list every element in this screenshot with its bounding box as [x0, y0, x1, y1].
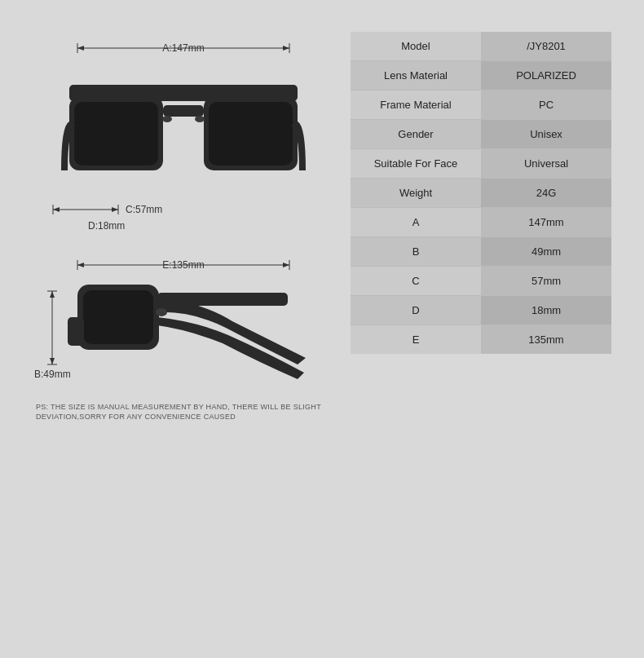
svg-rect-7 [74, 102, 158, 166]
glasses-front-svg [61, 60, 306, 207]
table-row: GenderUnisex [351, 119, 611, 148]
table-row: Suitable For FaceUniversal [351, 148, 611, 178]
dim-c-svg [49, 203, 122, 216]
spec-value: Unisex [481, 119, 611, 148]
svg-rect-9 [209, 102, 293, 166]
table-row: Lens MaterialPOLARIZED [351, 60, 611, 90]
spec-label: C [351, 266, 481, 295]
svg-marker-14 [53, 207, 60, 212]
glasses-front [33, 60, 334, 207]
dim-c-label: C:57mm [126, 204, 162, 215]
spec-label: Weight [351, 178, 481, 207]
svg-marker-1 [77, 46, 84, 51]
spec-label: Suitable For Face [351, 148, 481, 178]
dim-d-label: D:18mm [88, 220, 125, 232]
spec-label: E [351, 325, 481, 354]
svg-marker-15 [112, 207, 118, 212]
spec-label: B [351, 236, 481, 266]
left-panel: A:147mm [33, 32, 334, 627]
dim-a-line: A:147mm [33, 40, 334, 56]
spec-value: 147mm [481, 207, 611, 236]
spec-label: Model [351, 32, 481, 61]
spec-value: 24G [481, 178, 611, 207]
svg-marker-24 [50, 291, 55, 298]
dim-b-text: B:49mm [34, 369, 71, 380]
table-row: Frame MaterialPC [351, 90, 611, 119]
spec-value: Universal [481, 148, 611, 178]
svg-marker-25 [50, 358, 55, 364]
svg-point-32 [156, 308, 167, 316]
table-row: D18mm [351, 295, 611, 325]
dim-b-label: B:49mm [34, 287, 71, 380]
dim-a-label: A:147mm [162, 42, 204, 54]
spec-value: 18mm [481, 295, 611, 325]
table-row: Weight24G [351, 178, 611, 207]
spec-label: Lens Material [351, 60, 481, 90]
dim-e-line: E:135mm [33, 257, 334, 273]
glasses-side-svg [53, 276, 314, 391]
svg-point-11 [162, 116, 172, 122]
front-diagram: A:147mm [33, 32, 334, 232]
side-diagram: E:135mm B:49mm [33, 257, 334, 391]
glasses-side: B:49mm [33, 276, 334, 391]
spec-label: D [351, 295, 481, 325]
spec-value: POLARIZED [481, 60, 611, 90]
table-row: C57mm [351, 266, 611, 295]
spec-value: 135mm [481, 325, 611, 354]
svg-rect-29 [83, 290, 153, 344]
table-row: A147mm [351, 207, 611, 236]
svg-marker-2 [283, 46, 289, 51]
spec-table: Model/JY8201Lens MaterialPOLARIZEDFrame … [351, 32, 611, 354]
main-container: A:147mm [16, 15, 628, 643]
dim-b-svg [44, 287, 60, 369]
right-panel: Model/JY8201Lens MaterialPOLARIZEDFrame … [351, 32, 611, 627]
svg-marker-19 [77, 263, 84, 267]
spec-label: A [351, 207, 481, 236]
spec-value: /JY8201 [481, 32, 611, 61]
spec-value: PC [481, 90, 611, 119]
svg-marker-20 [283, 263, 289, 267]
svg-rect-10 [163, 105, 204, 117]
dim-e-label: E:135mm [162, 259, 204, 271]
table-row: Model/JY8201 [351, 32, 611, 61]
table-row: B49mm [351, 236, 611, 266]
spec-value: 57mm [481, 266, 611, 295]
svg-point-12 [195, 116, 205, 122]
spec-label: Frame Material [351, 90, 481, 119]
spec-value: 49mm [481, 236, 611, 266]
spec-label: Gender [351, 119, 481, 148]
ps-note: PS: THE SIZE IS MANUAL MEASUREMENT BY HA… [33, 402, 334, 422]
table-row: E135mm [351, 325, 611, 354]
